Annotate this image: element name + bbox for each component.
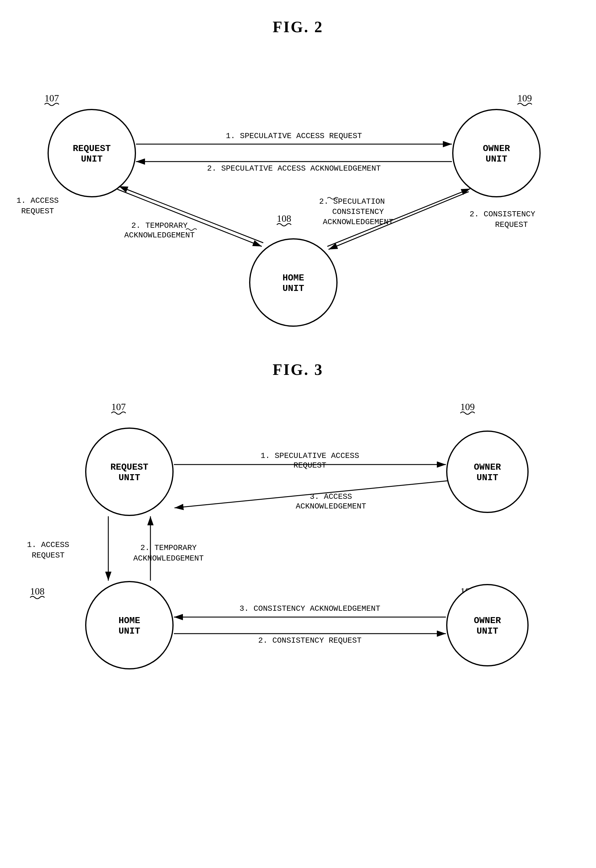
label-temp-ack-1-fig3: 2. TEMPORARY [140, 543, 197, 552]
page: FIG. 2 107 109 108 [0, 0, 596, 868]
label-temp-ack-2-fig3: ACKNOWLEDGEMENT [133, 554, 204, 563]
label-spec-cons-ack-1-fig2: 2. SPECULATION [319, 197, 385, 206]
home-unit-label1-fig3: HOME [118, 616, 140, 626]
ref-108-fig2: 108 [277, 213, 291, 224]
request-unit-label1-fig3: REQUEST [111, 462, 148, 472]
request-unit-label2-fig3: UNIT [118, 473, 140, 483]
label-temp-ack-2-fig2: ACKNOWLEDGEMENT [124, 231, 195, 240]
home-unit-label1-fig2: HOME [283, 273, 304, 283]
request-unit-label2-fig2: UNIT [81, 154, 103, 164]
home-unit-label2-fig2: UNIT [283, 283, 304, 294]
owner-unit-bot-label2-fig3: UNIT [477, 626, 498, 636]
label-access-ack-2-fig3: ACKNOWLEDGEMENT [296, 502, 366, 511]
owner-unit-top-label1-fig3: OWNER [474, 462, 501, 472]
label-cons-req-fig3: 2. CONSISTENCY REQUEST [258, 636, 361, 645]
label-cons-req-1-fig2: 2. CONSISTENCY [470, 210, 536, 219]
label-access-req-1-fig3: 1. ACCESS [27, 540, 69, 549]
ref-109-fig2: 109 [518, 93, 532, 103]
owner-unit-bot-label1-fig3: OWNER [474, 616, 501, 626]
owner-unit-label1-fig2: OWNER [483, 143, 510, 154]
label-req-to-owner-fig2: 1. SPECULATIVE ACCESS REQUEST [226, 131, 362, 140]
ref-109-top-fig3: 109 [460, 402, 475, 412]
ref-107-fig2: 107 [44, 93, 59, 103]
fig3-svg: 107 109 108 109 REQUEST UNIT OWNER UNIT … [0, 378, 596, 694]
label-spec-cons-ack-2-fig2: CONSISTENCY [332, 207, 384, 216]
fig2-title: FIG. 2 [0, 0, 596, 36]
fig2-container: 107 109 108 REQUEST UNIT OWNER UNIT HOME… [0, 36, 596, 352]
fig3-container: 107 109 108 109 REQUEST UNIT OWNER UNIT … [0, 378, 596, 694]
owner-unit-label2-fig2: UNIT [485, 154, 507, 164]
label-cons-ack-fig3: 3. CONSISTENCY ACKNOWLEDGEMENT [239, 604, 380, 613]
owner-unit-top-label2-fig3: UNIT [477, 473, 498, 483]
label-owner-to-req-fig2: 2. SPECULATIVE ACCESS ACKNOWLEDGEMENT [207, 164, 381, 173]
fig2-svg: 107 109 108 REQUEST UNIT OWNER UNIT HOME… [0, 36, 596, 352]
label-cons-req-2-fig2: REQUEST [495, 220, 528, 229]
home-unit-label2-fig3: UNIT [118, 626, 140, 636]
fig3-title: FIG. 3 [0, 352, 596, 378]
label-access-ack-1-fig3: 3. ACCESS [310, 492, 352, 501]
label-spec-access-2-fig3: REQUEST [294, 461, 326, 470]
label-access-req-2-fig3: REQUEST [32, 551, 64, 560]
label-access-request-2-fig2: REQUEST [21, 207, 54, 216]
label-spec-cons-ack-3-fig2: ACKNOWLEDGEMENT [323, 217, 393, 227]
label-access-request-1-fig2: 1. ACCESS [16, 196, 59, 205]
label-spec-access-1-fig3: 1. SPECULATIVE ACCESS [261, 451, 359, 460]
label-temp-ack-1-fig2: 2. TEMPORARY [131, 221, 188, 230]
request-unit-label1-fig2: REQUEST [73, 143, 111, 154]
ref-108-fig3: 108 [30, 586, 44, 596]
ref-107-fig3: 107 [111, 402, 126, 412]
